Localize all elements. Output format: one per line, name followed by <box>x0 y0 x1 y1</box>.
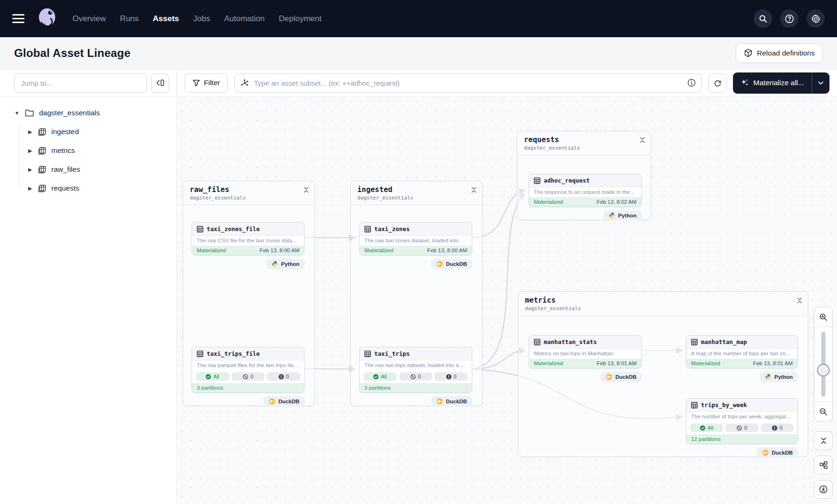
asset-description: The raw parquet files for the taxi trips… <box>192 360 304 370</box>
group-header[interactable]: metrics dagster_essentials <box>518 292 808 316</box>
asset-node[interactable]: taxi_zones_file The raw CSV file for the… <box>192 222 305 256</box>
materialization-time[interactable]: Feb 13, 8:01 AM <box>597 360 636 366</box>
tree-item-raw-files[interactable]: ▶ raw_files <box>0 160 177 179</box>
materialize-dropdown-button[interactable] <box>812 72 829 94</box>
materialize-all-button[interactable]: Materialize all... <box>733 72 812 94</box>
nav-jobs[interactable]: Jobs <box>193 14 210 24</box>
partitions-missing-pill[interactable]: 0 <box>399 372 433 381</box>
caret-right-icon[interactable]: ▶ <box>27 148 33 154</box>
search-button[interactable] <box>754 9 772 28</box>
filter-button[interactable]: Filter <box>185 73 228 93</box>
exclamation-circle-icon <box>446 374 451 379</box>
collapse-group-icon[interactable] <box>471 187 476 193</box>
partitions-success-pill[interactable]: All <box>196 372 229 381</box>
settings-button[interactable] <box>806 9 825 28</box>
pill-label: 0 <box>250 374 253 379</box>
partitions-missing-pill[interactable]: 0 <box>232 372 265 381</box>
hamburger-menu-icon[interactable] <box>12 14 24 23</box>
jump-to-input[interactable] <box>14 73 147 93</box>
lineage-canvas[interactable]: raw_files dagster_essentials ingested da… <box>177 97 837 504</box>
asset-badge-row: Python <box>192 259 305 269</box>
nav-runs[interactable]: Runs <box>120 14 139 24</box>
materialization-time[interactable]: Feb 13, 8:00 AM <box>260 248 299 253</box>
asset-node[interactable]: taxi_trips_file The raw parquet files fo… <box>192 347 305 393</box>
partitions-failed-pill[interactable]: 0 <box>435 372 468 381</box>
caret-right-icon[interactable]: ▶ <box>27 185 33 192</box>
asset-node[interactable]: manhattan_map A map of the number of tri… <box>686 335 798 368</box>
lineage-toolbar: Filter Materialize all... <box>0 69 837 97</box>
asset-group-icon <box>38 166 46 174</box>
tree-item-label: raw_files <box>51 165 80 174</box>
asset-node[interactable]: trips_by_week The number of trips per we… <box>686 398 798 444</box>
asset-manhattan-map: manhattan_map A map of the number of tri… <box>686 335 798 382</box>
group-header[interactable]: requests dagster_essentials <box>517 131 651 155</box>
navbar-actions <box>754 9 825 28</box>
sparkle-icon <box>740 79 749 87</box>
collapse-group-icon[interactable] <box>797 297 802 304</box>
group-header[interactable]: raw_files dagster_essentials <box>183 181 314 205</box>
asset-node-header: taxi_zones_file <box>192 223 304 236</box>
asset-node[interactable]: taxi_zones The raw taxi zones dataset, l… <box>359 222 472 256</box>
asset-status-row: Materialized Feb 13, 8:01 AM <box>686 359 797 368</box>
nav-automation[interactable]: Automation <box>224 14 265 24</box>
reload-definitions-button[interactable]: Reload definitions <box>736 43 823 63</box>
asset-taxi-trips: taxi_trips The raw taxi trips dataset, l… <box>359 347 472 407</box>
asset-node[interactable]: manhattan_stats Metrics on taxi trips in… <box>529 335 642 368</box>
nav-deployment[interactable]: Deployment <box>279 14 322 24</box>
help-button[interactable] <box>780 9 798 28</box>
nav-links: Overview Runs Assets Jobs Automation Dep… <box>72 14 322 24</box>
collapse-sidebar-button[interactable] <box>151 73 169 93</box>
status-badge: Materialized <box>534 360 563 366</box>
caret-down-icon[interactable]: ▼ <box>14 110 20 116</box>
asset-manhattan-stats: manhattan_stats Metrics on taxi trips in… <box>529 335 642 382</box>
asset-status-row: Materialized Feb 13, 8:00 AM <box>192 246 304 255</box>
page-title: Global Asset Lineage <box>14 47 130 60</box>
tree-item-requests[interactable]: ▶ requests <box>0 179 177 198</box>
asset-description: The response to an request made in the r… <box>529 187 641 197</box>
pill-label: All <box>381 374 386 379</box>
asset-name: taxi_zones <box>374 225 410 232</box>
group-header[interactable]: ingested dagster_essentials <box>351 181 482 205</box>
collapse-group-icon[interactable] <box>304 187 309 193</box>
partitions-missing-pill[interactable]: 0 <box>725 424 758 432</box>
tree-item-dagster-essentials[interactable]: ▼ dagster_essentials <box>0 104 177 122</box>
asset-node-header: trips_by_week <box>686 399 797 412</box>
partitions-failed-pill[interactable]: 0 <box>267 372 300 381</box>
asset-subset-input[interactable] <box>234 73 702 93</box>
slash-circle-icon <box>410 374 416 379</box>
materialization-time[interactable]: Feb 13, 8:02 AM <box>597 199 636 205</box>
tree-item-ingested[interactable]: ▶ ingested <box>0 122 177 141</box>
group-name: metrics <box>525 296 801 304</box>
nav-assets[interactable]: Assets <box>153 14 179 24</box>
asset-name: taxi_zones_file <box>207 225 260 232</box>
table-icon <box>691 402 698 408</box>
compute-kind-label: DuckDB <box>446 399 467 404</box>
asset-group-icon <box>38 128 46 136</box>
partitions-success-pill[interactable]: All <box>363 372 397 381</box>
info-icon[interactable] <box>687 79 696 87</box>
caret-right-icon[interactable]: ▶ <box>27 167 33 173</box>
materialization-time[interactable]: Feb 13, 8:01 AM <box>753 360 793 366</box>
dagster-logo[interactable] <box>35 7 59 31</box>
collapse-group-icon[interactable] <box>640 137 645 143</box>
partitions-failed-pill[interactable]: 0 <box>761 424 794 432</box>
compute-kind-label: Python <box>618 213 636 218</box>
pill-label: 0 <box>780 425 782 431</box>
refresh-button[interactable] <box>708 73 726 93</box>
exclamation-circle-icon <box>279 374 284 379</box>
materialization-time[interactable]: Feb 13, 8:00 AM <box>427 248 467 253</box>
asset-node[interactable]: adhoc_request The response to an request… <box>529 174 642 207</box>
partitions-success-pill[interactable]: All <box>690 424 723 432</box>
compute-kind-label: DuckDB <box>772 450 793 456</box>
nav-overview[interactable]: Overview <box>72 14 106 24</box>
partitions-count: 3 partitions <box>360 383 472 392</box>
check-circle-icon <box>373 374 378 379</box>
pill-label: 0 <box>454 374 457 379</box>
caret-right-icon[interactable]: ▶ <box>27 129 33 135</box>
pill-label: 0 <box>744 425 747 431</box>
asset-node[interactable]: taxi_trips The raw taxi trips dataset, l… <box>359 347 472 393</box>
tree-item-metrics[interactable]: ▶ metrics <box>0 141 177 160</box>
compute-kind-label: DuckDB <box>615 374 636 380</box>
partition-health-row: All 0 0 <box>192 370 304 383</box>
compute-kind-badge: DuckDB <box>601 372 642 382</box>
